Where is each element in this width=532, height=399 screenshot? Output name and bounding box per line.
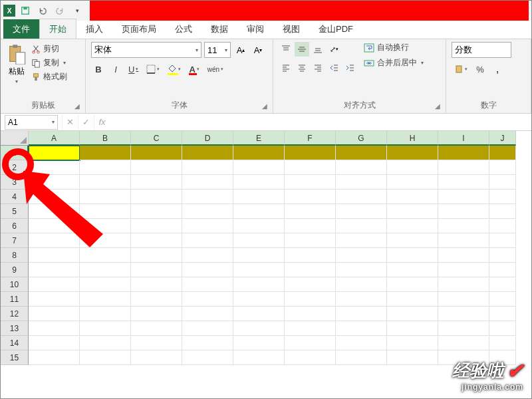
cell[interactable] (182, 204, 233, 219)
cell[interactable] (489, 146, 516, 160)
cell[interactable] (336, 350, 387, 365)
col-header-B[interactable]: B (80, 131, 131, 146)
col-header-J[interactable]: J (489, 131, 516, 146)
cell[interactable] (387, 175, 438, 190)
cell[interactable] (489, 292, 516, 307)
cell[interactable] (182, 175, 233, 190)
cell[interactable] (387, 248, 438, 263)
row-header[interactable]: 2 (1, 160, 29, 175)
cell[interactable] (233, 321, 285, 336)
cell[interactable] (182, 248, 233, 263)
cell[interactable] (80, 204, 131, 219)
cell[interactable] (233, 175, 285, 190)
cell[interactable] (182, 146, 233, 160)
qat-customize-icon[interactable]: ▾ (70, 3, 84, 18)
percent-button[interactable]: % (473, 62, 487, 76)
cell[interactable] (233, 146, 285, 160)
cell[interactable] (131, 321, 182, 336)
row-header[interactable]: 6 (1, 219, 29, 233)
cell[interactable] (285, 190, 336, 204)
tab-view[interactable]: 视图 (273, 19, 309, 39)
cell[interactable] (131, 219, 182, 233)
tab-jinshan[interactable]: 金山PDF (309, 19, 362, 39)
cell[interactable] (233, 263, 285, 277)
cell[interactable] (387, 146, 438, 160)
cell[interactable] (387, 292, 438, 307)
cell[interactable] (131, 248, 182, 263)
cell[interactable] (233, 219, 285, 233)
cell[interactable] (336, 277, 387, 292)
cell[interactable] (438, 219, 489, 233)
font-size-combo[interactable]: 11▾ (204, 42, 231, 58)
border-button[interactable]: ▾ (144, 62, 162, 76)
cell[interactable] (131, 175, 182, 190)
cell[interactable] (182, 307, 233, 321)
cell[interactable] (131, 146, 182, 160)
cell[interactable] (285, 350, 336, 365)
cell[interactable] (182, 292, 233, 307)
col-header-C[interactable]: C (131, 131, 182, 146)
cell[interactable] (387, 204, 438, 219)
bold-button[interactable]: B (91, 62, 106, 76)
cell[interactable] (438, 146, 489, 160)
cell[interactable] (233, 336, 285, 350)
row-header[interactable]: 15 (1, 350, 29, 365)
tab-review[interactable]: 审阅 (237, 19, 273, 39)
merge-center-button[interactable]: 合并后居中▾ (364, 57, 424, 68)
col-header-F[interactable]: F (285, 131, 336, 146)
cell[interactable] (233, 292, 285, 307)
cell[interactable] (489, 336, 516, 350)
row-header[interactable]: 10 (1, 277, 29, 292)
cancel-formula-icon[interactable]: ✕ (62, 115, 78, 130)
col-header-H[interactable]: H (387, 131, 438, 146)
col-header-D[interactable]: D (182, 131, 233, 146)
shrink-font-icon[interactable]: A▾ (251, 43, 265, 57)
tab-data[interactable]: 数据 (201, 19, 237, 39)
format-painter-button[interactable]: 格式刷 (31, 71, 67, 82)
cell[interactable] (80, 321, 131, 336)
cell[interactable] (131, 263, 182, 277)
cell[interactable] (80, 263, 131, 277)
cell[interactable] (233, 248, 285, 263)
cell[interactable] (387, 233, 438, 248)
cell[interactable] (387, 160, 438, 175)
row-header[interactable]: 8 (1, 248, 29, 263)
tab-layout[interactable]: 页面布局 (112, 19, 166, 39)
cell[interactable] (29, 233, 80, 248)
cell[interactable] (29, 263, 80, 277)
cell[interactable] (131, 307, 182, 321)
cell[interactable] (285, 336, 336, 350)
phonetic-button[interactable]: wén▾ (205, 62, 226, 76)
copy-button[interactable]: 复制▾ (31, 57, 67, 68)
cell[interactable] (438, 321, 489, 336)
align-dialog-launcher-icon[interactable]: ◢ (435, 102, 443, 110)
cell[interactable] (29, 146, 80, 160)
cell[interactable] (387, 263, 438, 277)
cell[interactable] (438, 248, 489, 263)
font-color-button[interactable]: A ▾ (186, 62, 201, 76)
cell[interactable] (233, 307, 285, 321)
underline-button[interactable]: U▾ (126, 62, 141, 76)
clipboard-dialog-launcher-icon[interactable]: ◢ (74, 102, 82, 110)
tab-insert[interactable]: 插入 (76, 19, 112, 39)
cell[interactable] (438, 204, 489, 219)
cell[interactable] (29, 160, 80, 175)
cell[interactable] (489, 190, 516, 204)
cell[interactable] (80, 350, 131, 365)
cell[interactable] (29, 292, 80, 307)
row-header[interactable]: 11 (1, 292, 29, 307)
align-right-icon[interactable] (311, 61, 325, 75)
cell[interactable] (182, 277, 233, 292)
formula-input[interactable] (110, 115, 531, 130)
cell[interactable] (29, 350, 80, 365)
decrease-indent-icon[interactable] (327, 61, 341, 75)
cell[interactable] (336, 233, 387, 248)
cell[interactable] (182, 263, 233, 277)
cell[interactable] (233, 233, 285, 248)
row-header[interactable]: 7 (1, 233, 29, 248)
qat-redo-icon[interactable] (53, 3, 67, 18)
cell[interactable] (387, 336, 438, 350)
cell[interactable] (387, 190, 438, 204)
cell[interactable] (233, 190, 285, 204)
cell[interactable] (336, 160, 387, 175)
